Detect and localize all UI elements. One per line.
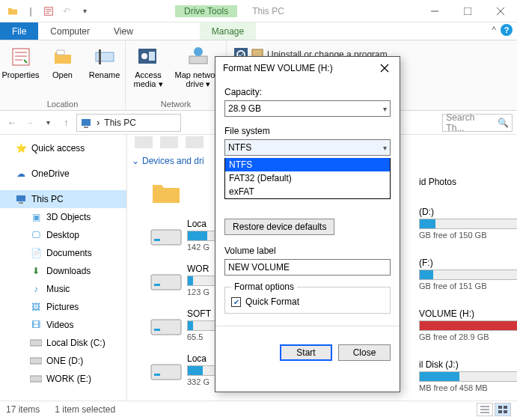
search-placeholder: Search Th... — [446, 112, 495, 133]
ribbon-properties[interactable]: Properties — [1, 43, 40, 100]
filesystem-select[interactable]: NTFS — [224, 139, 391, 156]
tree-work-e[interactable]: WORK (E:) — [0, 370, 126, 388]
ribbon-open[interactable]: Open — [43, 43, 82, 100]
svg-rect-19 — [30, 376, 42, 382]
svg-rect-1 — [464, 7, 471, 15]
tree-one-d[interactable]: ONE (D:) — [0, 352, 126, 370]
tab-file[interactable]: File — [0, 22, 38, 40]
pictures-icon: 🖼 — [30, 301, 42, 313]
documents-icon: 📄 — [30, 247, 42, 259]
tree-pictures[interactable]: 🖼Pictures — [0, 298, 126, 316]
nav-back-button[interactable]: ← — [4, 114, 19, 132]
minimize-button[interactable] — [418, 0, 451, 22]
pc-icon — [15, 193, 27, 205]
drive-icon — [150, 264, 183, 296]
svg-rect-31 — [504, 410, 507, 413]
status-selected: 1 item selected — [55, 404, 115, 415]
tree-music[interactable]: ♪Music — [0, 280, 126, 298]
tree-videos[interactable]: 🎞Videos — [0, 316, 126, 334]
svg-rect-13 — [82, 119, 91, 126]
tree-local-c[interactable]: Local Disk (C:) — [0, 334, 126, 352]
capacity-select[interactable]: 28.9 GB — [224, 100, 391, 117]
search-icon: 🔍 — [498, 118, 509, 128]
nav-forward-button[interactable]: → — [22, 114, 37, 132]
format-options-fieldset: Format options ✔ Quick Format — [224, 281, 391, 314]
qat-dropdown-icon[interactable] — [76, 3, 93, 19]
svg-rect-24 — [151, 320, 181, 335]
svg-rect-15 — [16, 195, 25, 201]
drive-capacity: GB free of 28.9 GB — [419, 332, 517, 341]
tab-view[interactable]: View — [102, 22, 145, 40]
search-box[interactable]: Search Th... 🔍 — [442, 114, 513, 132]
view-details-button[interactable] — [477, 403, 493, 416]
drive-item[interactable]: il Disk (J:)MB free of 458 MB — [419, 359, 517, 392]
drive-item[interactable]: VOLUME (H:)GB free of 28.9 GB — [419, 308, 517, 341]
tab-computer[interactable]: Computer — [38, 22, 102, 40]
svg-rect-30 — [498, 410, 502, 413]
quick-format-label: Quick Format — [245, 296, 299, 307]
tree-quick-access[interactable]: ⭐Quick access — [0, 139, 126, 157]
ribbon-rename[interactable]: Rename — [85, 43, 124, 100]
start-button[interactable]: Start — [280, 344, 332, 361]
svg-rect-22 — [151, 275, 181, 290]
fs-option-ntfs[interactable]: NTFS — [225, 158, 390, 171]
capacity-value: 28.9 GB — [228, 103, 261, 114]
properties-icon[interactable] — [40, 3, 57, 19]
volume-label-input[interactable]: NEW VOLUME — [224, 259, 391, 276]
ribbon-properties-label: Properties — [1, 70, 39, 79]
svg-rect-14 — [84, 127, 88, 128]
quick-format-checkbox[interactable]: ✔ Quick Format — [231, 296, 384, 307]
thumb-row — [135, 136, 204, 148]
tree-desktop[interactable]: 🖵Desktop — [0, 226, 126, 244]
fs-option-fat32[interactable]: FAT32 (Default) — [225, 171, 390, 185]
restore-defaults-button[interactable]: Restore device defaults — [224, 219, 334, 235]
folder-icon — [150, 177, 183, 210]
close-button[interactable] — [484, 0, 517, 22]
dialog-title: Format NEW VOLUME (H:) — [223, 63, 333, 73]
tree-documents[interactable]: 📄Documents — [0, 244, 126, 262]
fs-option-exfat[interactable]: exFAT — [225, 185, 390, 198]
dialog-titlebar[interactable]: Format NEW VOLUME (H:) — [215, 57, 400, 79]
drive-item[interactable]: id Photos — [419, 177, 517, 189]
tab-manage[interactable]: Manage — [200, 22, 256, 40]
svg-rect-20 — [151, 230, 181, 245]
address-bar[interactable]: › This PC — [76, 114, 181, 132]
nav-tree[interactable]: ⭐Quick access ☁OneDrive This PC ▣3D Obje… — [0, 135, 127, 401]
cube-icon: ▣ — [30, 211, 42, 223]
drive-item[interactable]: (F:)GB free of 151 GB — [419, 258, 517, 290]
dialog-close-button[interactable] — [377, 61, 392, 76]
svg-rect-17 — [30, 340, 42, 346]
context-tab: Drive Tools — [175, 5, 237, 17]
cloud-icon: ☁ — [15, 168, 27, 180]
drive-icon — [30, 373, 42, 385]
volume-label-label: Volume label — [224, 246, 391, 256]
format-dialog: Format NEW VOLUME (H:) Capacity: 28.9 GB… — [215, 56, 400, 392]
svg-rect-16 — [19, 202, 23, 204]
drive-item[interactable]: (D:)GB free of 150 GB — [419, 207, 517, 240]
desktop-icon: 🖵 — [30, 229, 42, 241]
svg-rect-18 — [30, 358, 42, 364]
tree-3d-objects[interactable]: ▣3D Objects — [0, 208, 126, 226]
view-large-button[interactable] — [495, 403, 511, 416]
undo-icon[interactable]: ↶ — [58, 3, 75, 19]
ribbon-access-media[interactable]: Access media ▾ — [127, 43, 169, 100]
drive-capacity: MB free of 458 MB — [419, 383, 517, 392]
maximize-button[interactable] — [451, 0, 484, 22]
close-button[interactable]: Close — [338, 344, 391, 361]
help-icon[interactable]: ? — [501, 24, 513, 36]
drive-icon — [150, 353, 183, 386]
nav-up-button[interactable]: ↑ — [58, 114, 73, 132]
filesystem-label: File system — [224, 126, 391, 136]
filesystem-value: NTFS — [228, 142, 251, 153]
svg-point-9 — [194, 47, 203, 56]
tree-this-pc[interactable]: This PC — [0, 190, 126, 208]
ribbon-group-location: Location — [47, 100, 79, 109]
drive-name: (D:) — [419, 207, 517, 217]
tree-onedrive[interactable]: ☁OneDrive — [0, 165, 126, 183]
drive-name: il Disk (J:) — [419, 359, 517, 370]
ribbon-access-media-label: Access media ▾ — [127, 70, 169, 88]
nav-history-button[interactable] — [40, 114, 55, 132]
tree-downloads[interactable]: ⬇Downloads — [0, 262, 126, 280]
collapse-ribbon-icon[interactable]: ^ — [492, 25, 496, 35]
folder-icon — [4, 3, 21, 19]
